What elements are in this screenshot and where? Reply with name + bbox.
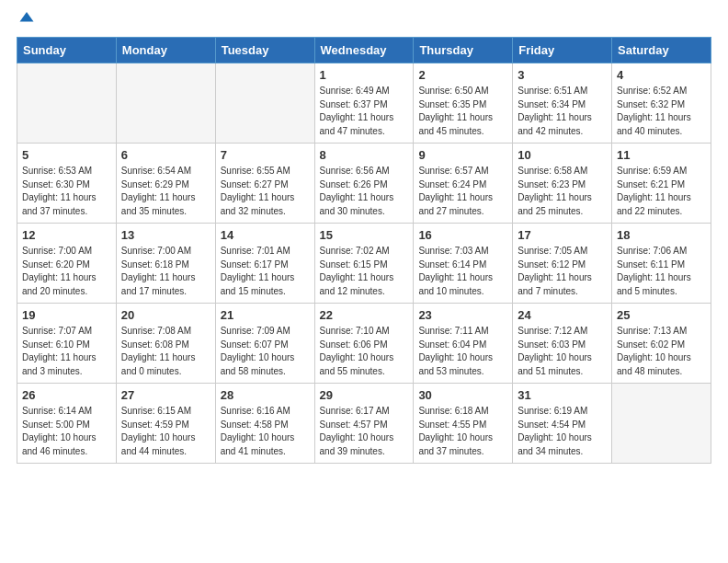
day-number: 22: [320, 308, 409, 322]
day-info: Sunrise: 6:53 AM Sunset: 6:30 PM Dayligh…: [22, 165, 111, 218]
logo: [17, 17, 35, 26]
weekday-header-saturday: Saturday: [612, 38, 711, 63]
calendar-cell: 13Sunrise: 7:00 AM Sunset: 6:18 PM Dayli…: [116, 224, 215, 304]
calendar-cell: 4Sunrise: 6:52 AM Sunset: 6:32 PM Daylig…: [612, 63, 711, 144]
day-number: 31: [518, 388, 607, 402]
calendar-cell: 22Sunrise: 7:10 AM Sunset: 6:06 PM Dayli…: [314, 304, 414, 384]
day-info: Sunrise: 6:15 AM Sunset: 4:59 PM Dayligh…: [121, 405, 210, 458]
day-number: 19: [22, 308, 111, 322]
calendar-cell: 27Sunrise: 6:15 AM Sunset: 4:59 PM Dayli…: [116, 384, 215, 464]
day-number: 17: [518, 228, 607, 242]
day-info: Sunrise: 6:19 AM Sunset: 4:54 PM Dayligh…: [518, 405, 607, 458]
day-number: 8: [320, 148, 409, 162]
calendar-cell: 26Sunrise: 6:14 AM Sunset: 5:00 PM Dayli…: [17, 384, 117, 464]
day-number: 21: [221, 308, 310, 322]
day-number: 16: [418, 228, 507, 242]
day-info: Sunrise: 6:52 AM Sunset: 6:32 PM Dayligh…: [617, 85, 706, 138]
weekday-header-row: SundayMondayTuesdayWednesdayThursdayFrid…: [17, 38, 711, 63]
day-number: 23: [418, 308, 507, 322]
day-number: 20: [121, 308, 210, 322]
day-number: 4: [617, 68, 706, 82]
day-info: Sunrise: 7:12 AM Sunset: 6:03 PM Dayligh…: [518, 325, 607, 378]
calendar-cell: 20Sunrise: 7:08 AM Sunset: 6:08 PM Dayli…: [116, 304, 215, 384]
day-number: 2: [418, 68, 507, 82]
week-row-4: 19Sunrise: 7:07 AM Sunset: 6:10 PM Dayli…: [17, 304, 711, 384]
day-number: 6: [121, 148, 210, 162]
weekday-header-monday: Monday: [116, 38, 215, 63]
calendar-table: SundayMondayTuesdayWednesdayThursdayFrid…: [17, 37, 711, 464]
day-info: Sunrise: 6:55 AM Sunset: 6:27 PM Dayligh…: [221, 165, 310, 218]
day-info: Sunrise: 7:06 AM Sunset: 6:11 PM Dayligh…: [617, 245, 706, 298]
calendar-cell: 3Sunrise: 6:51 AM Sunset: 6:34 PM Daylig…: [513, 63, 612, 144]
day-number: 15: [320, 228, 409, 242]
calendar-cell: 9Sunrise: 6:57 AM Sunset: 6:24 PM Daylig…: [414, 144, 513, 224]
calendar-cell: 21Sunrise: 7:09 AM Sunset: 6:07 PM Dayli…: [215, 304, 314, 384]
day-info: Sunrise: 7:13 AM Sunset: 6:02 PM Dayligh…: [617, 325, 706, 378]
day-info: Sunrise: 6:18 AM Sunset: 4:55 PM Dayligh…: [418, 405, 507, 458]
page: SundayMondayTuesdayWednesdayThursdayFrid…: [0, 0, 728, 473]
calendar-cell: 11Sunrise: 6:59 AM Sunset: 6:21 PM Dayli…: [612, 144, 711, 224]
calendar-cell: 25Sunrise: 7:13 AM Sunset: 6:02 PM Dayli…: [612, 304, 711, 384]
day-number: 1: [320, 68, 409, 82]
calendar-cell: 1Sunrise: 6:49 AM Sunset: 6:37 PM Daylig…: [314, 63, 414, 144]
calendar-cell: 10Sunrise: 6:58 AM Sunset: 6:23 PM Dayli…: [513, 144, 612, 224]
calendar-cell: 12Sunrise: 7:00 AM Sunset: 6:20 PM Dayli…: [17, 224, 117, 304]
day-info: Sunrise: 7:03 AM Sunset: 6:14 PM Dayligh…: [418, 245, 507, 298]
day-info: Sunrise: 7:09 AM Sunset: 6:07 PM Dayligh…: [221, 325, 310, 378]
weekday-header-tuesday: Tuesday: [215, 38, 314, 63]
calendar-cell: 30Sunrise: 6:18 AM Sunset: 4:55 PM Dayli…: [414, 384, 513, 464]
day-info: Sunrise: 7:07 AM Sunset: 6:10 PM Dayligh…: [22, 325, 111, 378]
calendar-cell: 17Sunrise: 7:05 AM Sunset: 6:12 PM Dayli…: [513, 224, 612, 304]
week-row-3: 12Sunrise: 7:00 AM Sunset: 6:20 PM Dayli…: [17, 224, 711, 304]
day-info: Sunrise: 6:14 AM Sunset: 5:00 PM Dayligh…: [22, 405, 111, 458]
day-number: 29: [320, 388, 409, 402]
calendar-cell: 16Sunrise: 7:03 AM Sunset: 6:14 PM Dayli…: [414, 224, 513, 304]
week-row-2: 5Sunrise: 6:53 AM Sunset: 6:30 PM Daylig…: [17, 144, 711, 224]
day-number: 13: [121, 228, 210, 242]
calendar-cell: 2Sunrise: 6:50 AM Sunset: 6:35 PM Daylig…: [414, 63, 513, 144]
day-info: Sunrise: 6:51 AM Sunset: 6:34 PM Dayligh…: [518, 85, 607, 138]
day-info: Sunrise: 7:00 AM Sunset: 6:18 PM Dayligh…: [121, 245, 210, 298]
logo-icon: [18, 9, 35, 26]
day-number: 3: [518, 68, 607, 82]
calendar-cell: [17, 63, 117, 144]
calendar-cell: 23Sunrise: 7:11 AM Sunset: 6:04 PM Dayli…: [414, 304, 513, 384]
day-number: 18: [617, 228, 706, 242]
weekday-header-wednesday: Wednesday: [314, 38, 414, 63]
day-info: Sunrise: 6:57 AM Sunset: 6:24 PM Dayligh…: [418, 165, 507, 218]
day-info: Sunrise: 7:10 AM Sunset: 6:06 PM Dayligh…: [320, 325, 409, 378]
calendar-cell: 15Sunrise: 7:02 AM Sunset: 6:15 PM Dayli…: [314, 224, 414, 304]
day-info: Sunrise: 6:58 AM Sunset: 6:23 PM Dayligh…: [518, 165, 607, 218]
day-info: Sunrise: 6:16 AM Sunset: 4:58 PM Dayligh…: [221, 405, 310, 458]
week-row-1: 1Sunrise: 6:49 AM Sunset: 6:37 PM Daylig…: [17, 63, 711, 144]
week-row-5: 26Sunrise: 6:14 AM Sunset: 5:00 PM Dayli…: [17, 384, 711, 464]
day-number: 5: [22, 148, 111, 162]
weekday-header-thursday: Thursday: [414, 38, 513, 63]
day-info: Sunrise: 7:01 AM Sunset: 6:17 PM Dayligh…: [221, 245, 310, 298]
day-number: 24: [518, 308, 607, 322]
day-number: 28: [221, 388, 310, 402]
calendar-cell: [215, 63, 314, 144]
calendar-cell: 24Sunrise: 7:12 AM Sunset: 6:03 PM Dayli…: [513, 304, 612, 384]
calendar-cell: 28Sunrise: 6:16 AM Sunset: 4:58 PM Dayli…: [215, 384, 314, 464]
day-info: Sunrise: 7:02 AM Sunset: 6:15 PM Dayligh…: [320, 245, 409, 298]
calendar-cell: [612, 384, 711, 464]
day-info: Sunrise: 7:05 AM Sunset: 6:12 PM Dayligh…: [518, 245, 607, 298]
day-info: Sunrise: 6:49 AM Sunset: 6:37 PM Dayligh…: [320, 85, 409, 138]
day-info: Sunrise: 6:56 AM Sunset: 6:26 PM Dayligh…: [320, 165, 409, 218]
calendar-cell: 29Sunrise: 6:17 AM Sunset: 4:57 PM Dayli…: [314, 384, 414, 464]
calendar-cell: 6Sunrise: 6:54 AM Sunset: 6:29 PM Daylig…: [116, 144, 215, 224]
day-number: 30: [418, 388, 507, 402]
day-number: 9: [418, 148, 507, 162]
day-info: Sunrise: 6:54 AM Sunset: 6:29 PM Dayligh…: [121, 165, 210, 218]
day-info: Sunrise: 7:00 AM Sunset: 6:20 PM Dayligh…: [22, 245, 111, 298]
svg-marker-0: [20, 12, 34, 22]
day-number: 27: [121, 388, 210, 402]
calendar-cell: [116, 63, 215, 144]
day-number: 25: [617, 308, 706, 322]
weekday-header-friday: Friday: [513, 38, 612, 63]
day-info: Sunrise: 6:59 AM Sunset: 6:21 PM Dayligh…: [617, 165, 706, 218]
weekday-header-sunday: Sunday: [17, 38, 117, 63]
header: [17, 17, 711, 26]
day-info: Sunrise: 6:50 AM Sunset: 6:35 PM Dayligh…: [418, 85, 507, 138]
